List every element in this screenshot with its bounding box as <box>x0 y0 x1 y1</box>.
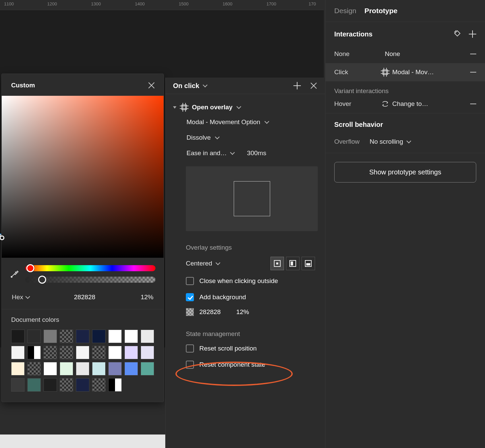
color-swatch[interactable] <box>124 346 138 359</box>
remove-icon[interactable] <box>470 104 476 104</box>
overflow-dropdown[interactable]: No scrolling <box>370 138 410 145</box>
interactions-title: Interactions <box>334 30 372 38</box>
color-swatch[interactable] <box>11 362 25 375</box>
color-swatch[interactable] <box>44 346 57 359</box>
overlay-position-row: Centered <box>166 254 325 273</box>
background-color-row[interactable]: 282828 12% <box>166 305 325 319</box>
hue-slider[interactable] <box>25 265 155 271</box>
color-swatch[interactable] <box>92 378 106 392</box>
remove-interactions-icon[interactable] <box>453 29 461 39</box>
color-swatch[interactable] <box>44 362 57 375</box>
color-swatch[interactable] <box>60 330 73 343</box>
checkbox-reset-component[interactable] <box>186 361 194 369</box>
sidebar-tabs: Design Prototype <box>325 0 485 22</box>
sv-thumb[interactable] <box>0 235 4 240</box>
action-row[interactable]: Open overlay <box>166 100 325 114</box>
checkbox-close-outside[interactable] <box>186 277 194 285</box>
document-colors-section: Document colors <box>2 309 164 402</box>
interaction-item-hover[interactable]: Hover Change to… <box>325 95 485 113</box>
color-picker-title: Custom <box>11 82 35 89</box>
remove-icon[interactable] <box>470 54 476 54</box>
add-action-icon[interactable] <box>293 82 301 89</box>
close-icon[interactable] <box>310 82 318 90</box>
background-opacity-input[interactable]: 12% <box>236 308 249 316</box>
hue-thumb[interactable] <box>26 264 34 272</box>
action-label: Open overlay <box>192 104 232 111</box>
color-swatch[interactable] <box>60 378 73 392</box>
color-swatch[interactable] <box>27 346 41 359</box>
tab-prototype[interactable]: Prototype <box>364 7 397 15</box>
swap-icon <box>381 100 389 108</box>
state-management-title: State management <box>166 319 325 340</box>
position-bottom-button[interactable] <box>302 257 315 270</box>
reset-component-row[interactable]: Reset component state <box>166 357 325 373</box>
variant-interactions-title: Variant interactions <box>325 81 485 95</box>
color-swatch[interactable] <box>76 346 89 359</box>
close-outside-row[interactable]: Close when clicking outside <box>166 273 325 289</box>
frame-icon <box>180 104 188 111</box>
position-center-button[interactable] <box>270 257 284 270</box>
color-swatch[interactable] <box>11 346 25 359</box>
saturation-value-area[interactable] <box>2 96 164 258</box>
color-swatch[interactable] <box>108 330 122 343</box>
color-swatch[interactable] <box>92 362 106 375</box>
background-color-chip[interactable] <box>186 308 194 316</box>
color-swatch[interactable] <box>92 346 106 359</box>
color-swatch[interactable] <box>27 330 41 343</box>
position-dropdown[interactable]: Centered <box>186 260 219 267</box>
show-prototype-settings-button[interactable]: Show prototype settings <box>334 162 476 183</box>
color-swatch[interactable] <box>76 330 89 343</box>
color-mode-dropdown[interactable]: Hex <box>12 293 29 301</box>
color-swatch[interactable] <box>76 362 89 375</box>
color-swatch[interactable] <box>11 378 25 392</box>
opacity-input[interactable]: 12% <box>141 293 153 301</box>
add-background-row[interactable]: Add background <box>166 289 325 305</box>
color-swatch[interactable] <box>76 378 89 392</box>
checkbox-reset-scroll[interactable] <box>186 344 194 353</box>
color-swatch[interactable] <box>27 378 41 392</box>
target-dropdown[interactable]: Modal - Movement Option <box>166 114 325 130</box>
color-swatch[interactable] <box>44 330 57 343</box>
chevron-down-icon <box>216 260 220 265</box>
color-swatch[interactable] <box>108 362 122 375</box>
ruler-tick: 1100 <box>4 1 14 6</box>
interaction-item-none[interactable]: None None <box>325 45 485 63</box>
color-swatch[interactable] <box>141 330 154 343</box>
eyedropper-icon[interactable] <box>10 269 19 279</box>
remove-icon[interactable] <box>470 72 476 73</box>
position-left-button[interactable] <box>286 257 299 270</box>
interaction-details-panel: On click Open overlay Modal - Movement O… <box>165 78 325 448</box>
color-swatch[interactable] <box>60 362 73 375</box>
color-swatch[interactable] <box>92 330 106 343</box>
color-swatch[interactable] <box>108 378 122 392</box>
color-swatch[interactable] <box>141 362 154 375</box>
color-swatch[interactable] <box>60 346 73 359</box>
caret-down-icon <box>173 106 176 109</box>
color-swatch[interactable] <box>108 346 122 359</box>
color-swatch[interactable] <box>11 330 25 343</box>
add-background-label: Add background <box>199 293 246 301</box>
hex-input[interactable]: 282828 <box>35 293 134 301</box>
interaction-item-click[interactable]: Click Modal - Mov… <box>325 63 485 81</box>
color-swatch[interactable] <box>141 346 154 359</box>
alpha-slider[interactable] <box>25 277 155 283</box>
animation-preview[interactable] <box>186 166 318 231</box>
color-swatch[interactable] <box>27 362 41 375</box>
alpha-thumb[interactable] <box>38 276 46 284</box>
close-icon[interactable] <box>147 81 155 89</box>
color-swatch[interactable] <box>124 362 138 375</box>
tab-design[interactable]: Design <box>334 7 356 15</box>
reset-scroll-label: Reset scroll position <box>199 345 257 352</box>
easing-dropdown[interactable]: Ease in and… <box>187 149 233 157</box>
checkbox-add-background[interactable] <box>186 293 194 301</box>
color-swatch[interactable] <box>44 378 57 392</box>
animation-dropdown[interactable]: Dissolve <box>166 130 325 145</box>
reset-scroll-row[interactable]: Reset scroll position <box>166 340 325 357</box>
trigger-dropdown[interactable]: On click <box>173 82 206 90</box>
color-swatch[interactable] <box>124 330 138 343</box>
trigger-label: On click <box>173 82 199 90</box>
ruler-tick: 1600 <box>223 1 232 6</box>
add-interaction-icon[interactable] <box>469 30 476 38</box>
duration-input[interactable]: 300ms <box>247 149 266 157</box>
background-hex-input[interactable]: 282828 <box>199 308 221 316</box>
